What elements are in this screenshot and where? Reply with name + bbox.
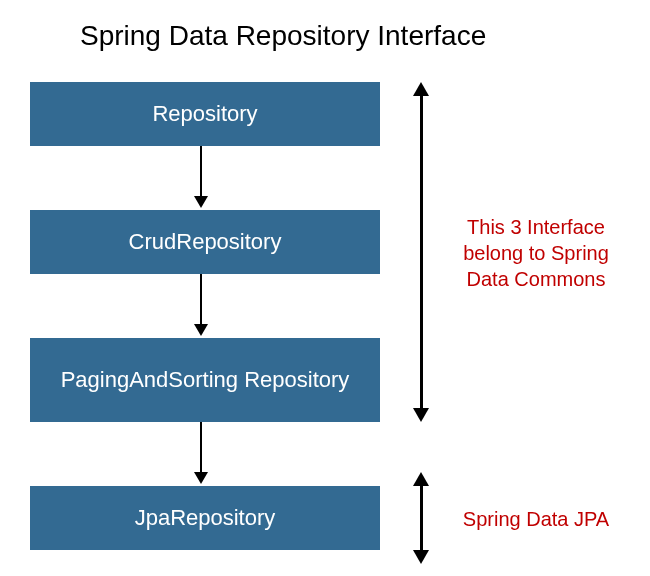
annotation-jpa: Spring Data JPA [446, 506, 626, 532]
crud-repository-box: CrudRepository [30, 210, 380, 274]
diagram-title: Spring Data Repository Interface [80, 20, 486, 52]
crud-repository-box-label: CrudRepository [129, 229, 282, 254]
paging-and-sorting-repository-box-label: PagingAndSorting Repository [61, 367, 350, 392]
span-arrow-commons [420, 94, 423, 410]
repository-box: Repository [30, 82, 380, 146]
jpa-repository-box: JpaRepository [30, 486, 380, 550]
jpa-repository-box-label: JpaRepository [135, 505, 276, 530]
span-arrow-jpa [420, 484, 423, 552]
flow-arrow-1 [200, 146, 202, 198]
flow-arrow-3 [200, 422, 202, 474]
repository-box-label: Repository [152, 101, 257, 126]
paging-and-sorting-repository-box: PagingAndSorting Repository [30, 338, 380, 422]
annotation-commons: This 3 Interface belong to Spring Data C… [446, 214, 626, 292]
flow-arrow-2 [200, 274, 202, 326]
